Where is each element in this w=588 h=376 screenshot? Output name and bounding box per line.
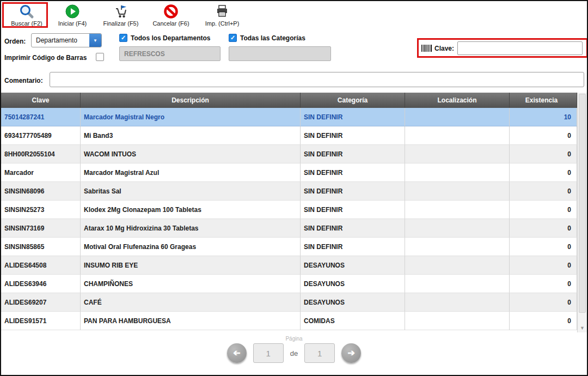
cell-descripcion: WACOM INTUOS xyxy=(81,145,301,163)
cell-clave: 8HH00R2055104 xyxy=(1,145,81,163)
cell-existencia: 0 xyxy=(510,312,577,330)
cell-clave: SINSIN73169 xyxy=(1,219,81,238)
cell-existencia: 0 xyxy=(510,182,577,201)
printer-icon xyxy=(215,4,230,19)
column-header-descripcion[interactable]: Descripción xyxy=(81,93,301,108)
cell-descripcion: Klodex 2Mg Clonazepam 100 Tabletas xyxy=(81,201,301,219)
column-header-existencia[interactable]: Existencia xyxy=(510,93,577,108)
cell-categoria: SIN DEFINIR xyxy=(301,219,405,238)
comentario-input[interactable] xyxy=(50,72,584,87)
cell-categoria: COMIDAS xyxy=(301,312,405,330)
cell-clave: 75014287241 xyxy=(1,108,81,126)
todos-departamentos-checkbox[interactable]: ✓ xyxy=(119,34,127,42)
cell-existencia: 0 xyxy=(510,201,577,219)
scroll-down-icon[interactable]: ▼ xyxy=(578,325,587,331)
cell-categoria: SIN DEFINIR xyxy=(301,201,405,219)
cancelar-button[interactable]: Cancelar (F6) xyxy=(149,4,193,27)
cell-existencia: 0 xyxy=(510,145,577,163)
iniciar-button[interactable]: Iniciar (F4) xyxy=(56,4,89,27)
buscar-button[interactable]: Buscar (F2) xyxy=(5,4,48,27)
orden-dropdown[interactable]: Departamento ▼ xyxy=(31,33,102,47)
cell-clave: 6934177705489 xyxy=(1,126,81,145)
cell-descripcion: CAFÉ xyxy=(81,293,301,312)
check-icon: ✓ xyxy=(230,34,235,41)
cell-descripcion: INSUMO RIB EYE xyxy=(81,256,301,275)
scrollbar-thumb[interactable] xyxy=(579,94,586,313)
iniciar-label: Iniciar (F4) xyxy=(58,20,87,27)
column-header-categoria[interactable]: Categoría xyxy=(301,93,405,108)
cell-categoria: SIN DEFINIR xyxy=(301,238,405,256)
cart-flag-icon xyxy=(113,4,128,19)
cell-descripcion: Atarax 10 Mg Hidroxizina 30 Tabletas xyxy=(81,219,301,238)
current-page-input[interactable] xyxy=(253,343,284,363)
cell-categoria: SIN DEFINIR xyxy=(301,108,405,126)
imprimir-button[interactable]: Imp. (Ctrl+P) xyxy=(199,4,245,27)
cell-categoria: SIN DEFINIR xyxy=(301,145,405,163)
table-row[interactable]: ALIDES91571 PAN PARA HAMBURGUESA COMIDAS… xyxy=(1,312,577,330)
cell-localizacion xyxy=(405,275,510,293)
table-row[interactable]: SINSIN25273 Klodex 2Mg Clonazepam 100 Ta… xyxy=(1,201,577,219)
cell-existencia: 0 xyxy=(510,275,577,293)
cell-localizacion xyxy=(405,163,510,182)
table-row[interactable]: 75014287241 Marcador Magistral Negro SIN… xyxy=(1,108,577,126)
cell-clave: ALIDES69207 xyxy=(1,293,81,312)
check-icon: ✓ xyxy=(121,34,126,41)
cell-localizacion xyxy=(405,108,510,126)
cell-localizacion xyxy=(405,126,510,145)
search-icon xyxy=(19,4,34,19)
cell-localizacion xyxy=(405,312,510,330)
table-row[interactable]: 8HH00R2055104 WACOM INTUOS SIN DEFINIR 0 xyxy=(1,145,577,163)
cell-existencia: 10 xyxy=(510,108,577,126)
cell-categoria: SIN DEFINIR xyxy=(301,126,405,145)
play-icon xyxy=(65,4,80,19)
cell-existencia: 0 xyxy=(510,219,577,238)
table-row[interactable]: ALIDES63946 CHAMPIÑONES DESAYUNOS 0 xyxy=(1,275,577,293)
column-header-localizacion[interactable]: Localización xyxy=(405,93,510,108)
table-row[interactable]: SINSIN68096 Sabritas Sal SIN DEFINIR 0 xyxy=(1,182,577,201)
imprimir-codigo-checkbox[interactable] xyxy=(96,53,104,61)
cell-categoria: DESAYUNOS xyxy=(301,275,405,293)
cell-clave: Marcador xyxy=(1,163,81,182)
comentario-label: Comentario: xyxy=(4,77,43,84)
table-row[interactable]: Marcador Marcador Magistral Azul SIN DEF… xyxy=(1,163,577,182)
cell-categoria: SIN DEFINIR xyxy=(301,182,405,201)
total-pages-input[interactable] xyxy=(304,343,335,363)
table-row[interactable]: ALIDES64508 INSUMO RIB EYE DESAYUNOS 0 xyxy=(1,256,577,275)
cancel-icon xyxy=(163,4,179,19)
cell-categoria: DESAYUNOS xyxy=(301,293,405,312)
cell-descripcion: Sabritas Sal xyxy=(81,182,301,201)
prev-page-button[interactable]: ➔ xyxy=(227,343,247,363)
cell-localizacion xyxy=(405,238,510,256)
todas-categorias-checkbox[interactable]: ✓ xyxy=(229,34,237,42)
cancelar-label: Cancelar (F6) xyxy=(152,20,189,27)
cell-existencia: 0 xyxy=(510,238,577,256)
cell-clave: ALIDES64508 xyxy=(1,256,81,275)
imprimir-codigo-label: Imprimir Código de Barras xyxy=(4,54,87,62)
table-row[interactable]: ALIDES69207 CAFÉ DESAYUNOS 0 xyxy=(1,293,577,312)
pagina-label: Página xyxy=(285,336,302,342)
cell-localizacion xyxy=(405,201,510,219)
table-row[interactable]: 6934177705489 Mi Band3 SIN DEFINIR 0 xyxy=(1,126,577,145)
cell-clave: SINSIN68096 xyxy=(1,182,81,201)
cell-existencia: 0 xyxy=(510,126,577,145)
page-controls: ➔ de ➔ xyxy=(227,343,361,363)
cell-clave: ALIDES91571 xyxy=(1,312,81,330)
finalizar-button[interactable]: Finalizar (F5) xyxy=(99,4,143,27)
next-page-button[interactable]: ➔ xyxy=(341,343,361,363)
cell-descripcion: CHAMPIÑONES xyxy=(81,275,301,293)
inventory-window: Buscar (F2) Iniciar (F4) Finalizar (F5) xyxy=(0,0,588,376)
table-body: 75014287241 Marcador Magistral Negro SIN… xyxy=(1,108,577,330)
table-row[interactable]: SINSIN85865 Motival Oral Flufenazina 60 … xyxy=(1,238,577,256)
page-separator-label: de xyxy=(290,349,298,357)
prev-arrow-icon: ➔ xyxy=(233,349,240,357)
table-header: Clave Descripción Categoría Localización… xyxy=(1,93,577,108)
orden-dropdown-value: Departamento xyxy=(32,34,89,47)
column-header-clave[interactable]: Clave xyxy=(1,93,81,108)
cell-descripcion: Mi Band3 xyxy=(81,126,301,145)
cell-existencia: 0 xyxy=(510,163,577,182)
table-row[interactable]: SINSIN73169 Atarax 10 Mg Hidroxizina 30 … xyxy=(1,219,577,238)
table-scrollbar[interactable]: ▼ xyxy=(577,93,587,332)
clave-input[interactable] xyxy=(457,41,583,55)
categoria-input xyxy=(229,46,331,61)
finalizar-label: Finalizar (F5) xyxy=(103,20,139,27)
